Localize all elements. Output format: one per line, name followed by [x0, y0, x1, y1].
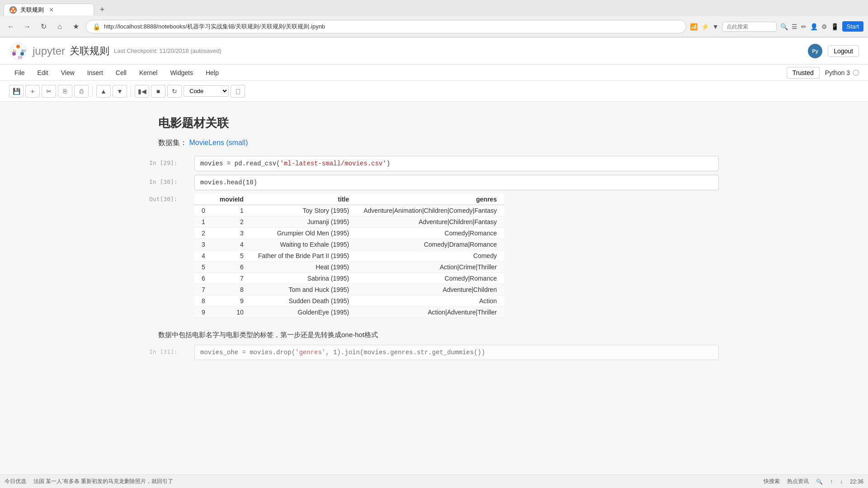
url-text: http://localhost:8888/notebooks/机器学习实战集锦…: [104, 23, 679, 31]
cell-30-code[interactable]: movies.head(10): [194, 175, 719, 190]
browser-tab[interactable]: 关联规则 ×: [4, 4, 94, 16]
table-cell-genres: Adventure|Children|Fantasy: [356, 216, 504, 228]
svg-point-3: [14, 10, 16, 12]
menu-cell[interactable]: Cell: [110, 66, 132, 79]
jupyter-logo: Ju py ter jupyter: [9, 42, 65, 60]
cell-type-select[interactable]: Code Markdown Raw: [184, 85, 229, 97]
table-cell-movieid: 4: [212, 239, 251, 250]
col-header-movieid: movieId: [212, 194, 251, 205]
tab-favicon: [9, 6, 17, 14]
cell-29-label: In [29]:: [149, 156, 194, 166]
logout-button[interactable]: Logout: [828, 45, 859, 57]
status-today: 今日优选: [5, 478, 26, 485]
bookmark-button[interactable]: ★: [70, 20, 82, 33]
toolbar-icon-4: 🔍: [780, 23, 788, 30]
table-cell-movieid: 2: [212, 216, 251, 228]
dataset-label: 数据集：: [158, 139, 187, 146]
home-button[interactable]: ⌂: [53, 20, 66, 33]
page-title: 电影题材关联: [158, 115, 710, 131]
cell-30-code-text: movies.head(10): [200, 179, 257, 186]
status-quick-search[interactable]: 快搜索: [764, 478, 780, 485]
table-cell-title: GoldenEye (1995): [251, 307, 357, 318]
menu-kernel[interactable]: Kernel: [134, 66, 163, 79]
table-cell-genres: Comedy|Romance: [356, 273, 504, 284]
stop-button[interactable]: ■: [151, 85, 165, 98]
cell-29-code[interactable]: movies = pd.read_csv('ml-latest-small/mo…: [194, 156, 719, 171]
add-cell-button[interactable]: +: [25, 85, 40, 98]
menu-file[interactable]: File: [9, 66, 30, 79]
dataset-line: 数据集： MovieLens (small): [158, 138, 710, 148]
forward-button[interactable]: →: [21, 20, 33, 33]
copy-button[interactable]: ⎘: [58, 85, 72, 98]
toolbar-icon-2: ⚡: [701, 23, 709, 30]
table-cell-genres: Action|Crime|Thriller: [356, 262, 504, 273]
trusted-button[interactable]: Trusted: [787, 67, 820, 79]
reload-button[interactable]: ↻: [37, 20, 50, 33]
svg-text:Ju: Ju: [12, 48, 16, 53]
table-cell-title: Jumanji (1995): [251, 216, 357, 228]
table-cell-index: 2: [194, 228, 212, 239]
cell-31-code[interactable]: movies_ohe = movies.drop('genres', 1).jo…: [194, 345, 719, 360]
table-cell-index: 9: [194, 307, 212, 318]
tab-close-btn[interactable]: ×: [49, 6, 53, 14]
toolbar-icon-7: 👤: [810, 23, 818, 30]
cell-30: In [30]: movies.head(10): [149, 175, 719, 190]
status-icon-3: ↓: [840, 479, 843, 485]
table-row: 4 5 Father of the Bride Part II (1995) C…: [194, 250, 504, 262]
start-button[interactable]: Start: [842, 21, 863, 32]
table-cell-genres: Comedy: [356, 250, 504, 262]
move-up-button[interactable]: ▲: [96, 85, 111, 98]
fast-backward-button[interactable]: ▮◀: [135, 85, 149, 98]
status-news: 法国 某一人'有多条 重新初发的马克龙删除照片，就回引了: [33, 478, 173, 485]
menu-edit[interactable]: Edit: [32, 66, 54, 79]
search-input[interactable]: [722, 22, 777, 32]
notebook-toolbar: 💾 + ✂ ⎘ ⎙ ▲ ▼ ▮◀ ■ ↻ Code Markdown Raw ⎕: [0, 81, 868, 102]
menu-view[interactable]: View: [56, 66, 80, 79]
menu-help[interactable]: Help: [200, 66, 224, 79]
table-cell-index: 3: [194, 239, 212, 250]
cell-29: In [29]: movies = pd.read_csv('ml-latest…: [149, 156, 719, 171]
dataset-link[interactable]: MovieLens (small): [189, 139, 248, 146]
refresh-button[interactable]: ↻: [167, 85, 182, 98]
table-cell-title: Heat (1995): [251, 262, 357, 273]
table-cell-movieid: 1: [212, 205, 251, 216]
status-hot-search[interactable]: 热点资讯: [787, 478, 809, 485]
table-row: 0 1 Toy Story (1995) Adventure|Animation…: [194, 205, 504, 216]
menu-insert[interactable]: Insert: [82, 66, 108, 79]
table-cell-movieid: 10: [212, 307, 251, 318]
kernel-info: Python 3: [825, 69, 859, 76]
cell-30-label: In [30]:: [149, 175, 194, 185]
table-cell-index: 4: [194, 250, 212, 262]
kernel-name: Python 3: [825, 69, 850, 76]
table-cell-genres: Adventure|Children: [356, 284, 504, 296]
save-button[interactable]: 💾: [9, 85, 24, 98]
table-row: 5 6 Heat (1995) Action|Crime|Thriller: [194, 262, 504, 273]
notebook-content: 电影题材关联 数据集： MovieLens (small) In [29]: m…: [0, 102, 868, 475]
toolbar-icon-3: ▼: [712, 23, 719, 30]
table-cell-movieid: 9: [212, 296, 251, 307]
table-cell-title: Sabrina (1995): [251, 273, 357, 284]
table-row: 9 10 GoldenEye (1995) Action|Adventure|T…: [194, 307, 504, 318]
keyboard-shortcut-button[interactable]: ⎕: [231, 85, 245, 98]
new-tab-button[interactable]: +: [96, 3, 108, 16]
table-cell-genres: Comedy|Romance: [356, 228, 504, 239]
table-cell-title: Toy Story (1995): [251, 205, 357, 216]
back-button[interactable]: ←: [5, 20, 17, 33]
address-bar[interactable]: 🔒 http://localhost:8888/notebooks/机器学习实战…: [86, 20, 686, 33]
table-cell-title: Tom and Huck (1995): [251, 284, 357, 296]
move-down-button[interactable]: ▼: [113, 85, 127, 98]
col-header-title: title: [251, 194, 357, 205]
paste-button[interactable]: ⎙: [74, 85, 89, 98]
table-cell-title: Sudden Death (1995): [251, 296, 357, 307]
table-row: 8 9 Sudden Death (1995) Action: [194, 296, 504, 307]
menu-widgets[interactable]: Widgets: [165, 66, 198, 79]
table-row: 6 7 Sabrina (1995) Comedy|Romance: [194, 273, 504, 284]
cut-button[interactable]: ✂: [42, 85, 56, 98]
col-header-empty: [194, 194, 212, 205]
tab-title: 关联规则: [20, 6, 44, 14]
kernel-status-circle: [853, 70, 859, 76]
status-bar: 今日优选 法国 某一人'有多条 重新初发的马克龙删除照片，就回引了 快搜索 热点…: [0, 474, 868, 488]
table-cell-movieid: 6: [212, 262, 251, 273]
table-cell-genres: Action|Adventure|Thriller: [356, 307, 504, 318]
table-cell-index: 7: [194, 284, 212, 296]
